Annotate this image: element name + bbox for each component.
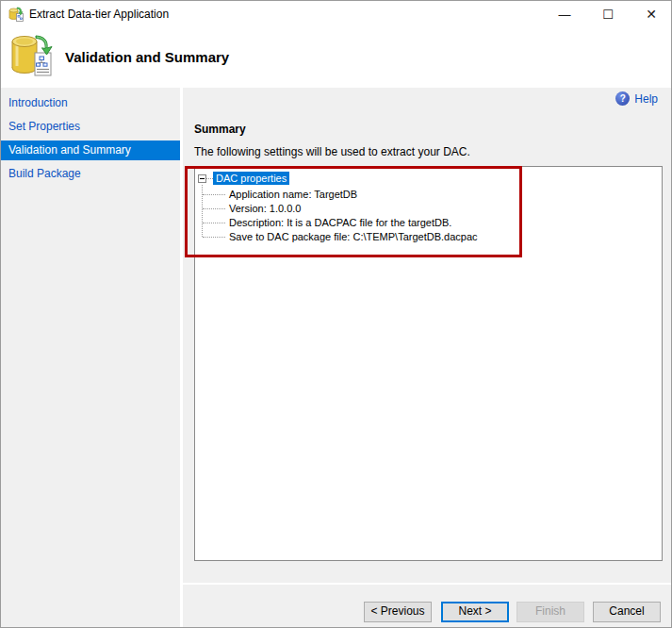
sidebar-item-introduction[interactable]: Introduction	[1, 93, 180, 113]
tree-item-application-name[interactable]: Application name: TargetDB	[229, 189, 357, 201]
wizard-window: Extract Data-tier Application — ☐ ✕	[0, 0, 672, 628]
tree-item-version[interactable]: Version: 1.0.0.0	[229, 203, 301, 215]
sidebar-item-validation-and-summary[interactable]: Validation and Summary	[1, 140, 180, 160]
window-controls: — ☐ ✕	[543, 1, 672, 27]
cancel-button[interactable]: Cancel	[593, 602, 661, 622]
titlebar: Extract Data-tier Application — ☐ ✕	[1, 1, 672, 27]
wizard-steps-nav: Introduction Set Properties Validation a…	[1, 88, 180, 627]
help-icon: ?	[615, 91, 630, 106]
minimize-button[interactable]: —	[543, 1, 586, 27]
tree-connector	[203, 223, 225, 223]
extract-dac-icon	[10, 32, 57, 79]
maximize-button[interactable]: ☐	[586, 1, 630, 27]
wizard-header: Validation and Summary	[1, 27, 672, 88]
tree-connector	[203, 237, 225, 238]
page-title: Validation and Summary	[65, 27, 229, 88]
help-label: Help	[634, 92, 658, 106]
summary-tree-panel[interactable]: DAC properties Application name: TargetD…	[194, 166, 663, 561]
finish-button: Finish	[516, 602, 584, 622]
sidebar-divider	[180, 88, 183, 628]
summary-heading: Summary	[194, 123, 246, 136]
window-title: Extract Data-tier Application	[29, 1, 169, 27]
tree-item-description[interactable]: Description: It is a DACPAC file for the…	[229, 217, 451, 229]
footer-divider	[183, 583, 672, 585]
close-button[interactable]: ✕	[630, 1, 672, 27]
help-link[interactable]: ? Help	[615, 91, 658, 106]
app-icon	[8, 7, 24, 22]
tree-item-save-path[interactable]: Save to DAC package file: C:\TEMP\Target…	[229, 231, 478, 243]
tree-root-row[interactable]: DAC properties	[198, 172, 289, 185]
sidebar-item-build-package[interactable]: Build Package	[1, 164, 180, 184]
next-button[interactable]: Next >	[441, 602, 509, 622]
summary-intro-text: The following settings will be used to e…	[194, 145, 470, 158]
collapse-icon[interactable]	[198, 174, 206, 183]
tree-connector	[203, 194, 225, 195]
tree-connector	[206, 178, 213, 179]
sidebar-item-set-properties[interactable]: Set Properties	[1, 117, 180, 137]
previous-button[interactable]: < Previous	[364, 602, 432, 622]
tree-connector-line	[202, 185, 203, 237]
tree-connector	[203, 208, 225, 209]
tree-root-label[interactable]: DAC properties	[213, 172, 289, 185]
